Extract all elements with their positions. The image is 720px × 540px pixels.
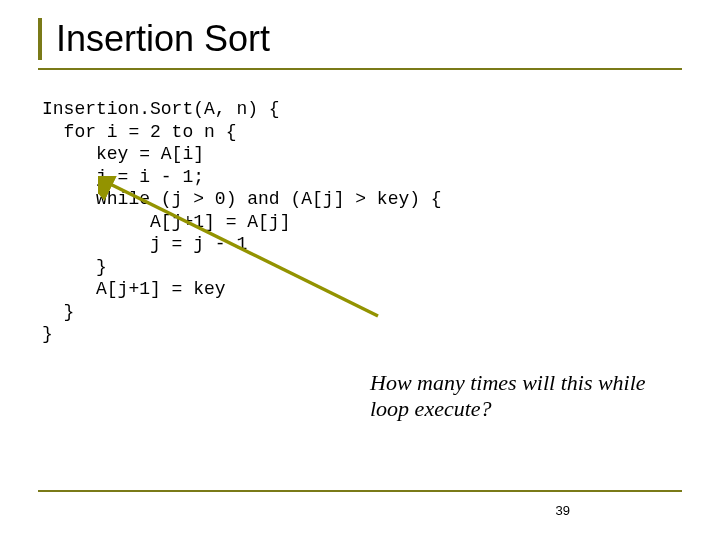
code-line: for i = 2 to n {	[42, 122, 236, 142]
code-line: }	[42, 302, 74, 322]
bottom-rule	[38, 490, 682, 492]
slide-title: Insertion Sort	[56, 18, 682, 60]
code-line: j = j - 1	[42, 234, 247, 254]
code-line: A[j+1] = A[j]	[42, 212, 290, 232]
code-line: }	[42, 324, 53, 344]
code-line: key = A[i]	[42, 144, 204, 164]
code-line: j = i - 1;	[42, 167, 204, 187]
code-block: Insertion.Sort(A, n) { for i = 2 to n { …	[42, 98, 682, 346]
page-number: 39	[556, 503, 570, 518]
title-block: Insertion Sort	[38, 18, 682, 60]
code-line: }	[42, 257, 107, 277]
code-line: while (j > 0) and (A[j] > key) {	[42, 189, 442, 209]
code-line: A[j+1] = key	[42, 279, 226, 299]
code-line: Insertion.Sort(A, n) {	[42, 99, 280, 119]
title-rule	[38, 68, 682, 70]
question-text: How many times will this while loop exec…	[370, 370, 680, 423]
